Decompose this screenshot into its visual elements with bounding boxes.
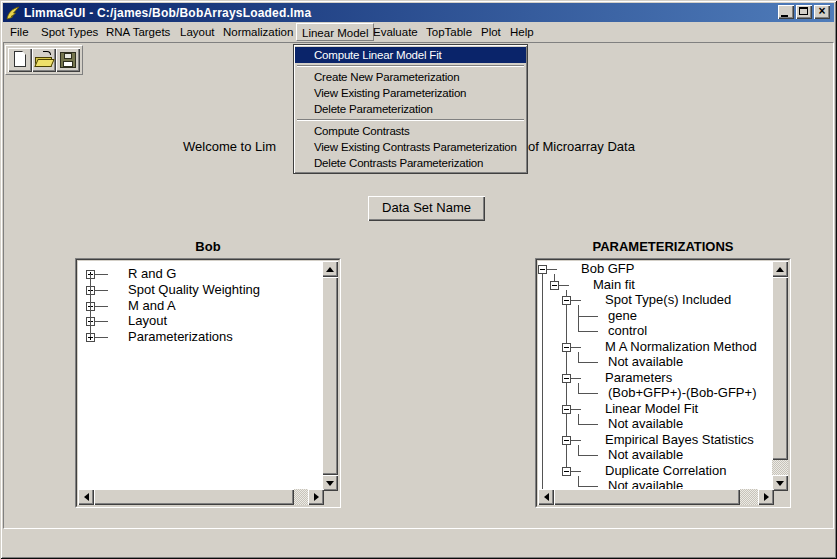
menu-item-create-new-parameterization[interactable]: Create New Parameterization (295, 69, 526, 85)
scroll-left-button[interactable] (538, 489, 554, 505)
tree-node-label[interactable]: Bob GFP (581, 262, 634, 276)
linear-model-dropdown-menu: Compute Linear Model FitCreate New Param… (293, 44, 528, 174)
scroll-right-button[interactable] (308, 489, 324, 505)
tree-expand-box[interactable] (562, 405, 571, 414)
menu-toptable[interactable]: TopTable (421, 23, 477, 41)
tree-line (95, 274, 108, 275)
menu-bar: FileSpot TypesRNA TargetsLayoutNormaliza… (3, 22, 834, 42)
tree-expand-box[interactable] (562, 436, 571, 445)
tree-expand-box[interactable] (550, 281, 559, 290)
tree-expand-box[interactable] (562, 343, 571, 352)
tree-expand-box[interactable] (562, 374, 571, 383)
scroll-left-button[interactable] (78, 489, 94, 505)
menu-separator (297, 65, 524, 67)
menu-item-delete-contrasts-parameterization[interactable]: Delete Contrasts Parameterization (295, 155, 526, 171)
tree-node-label[interactable]: Layout (128, 314, 167, 328)
tree-node-label[interactable]: Main fit (593, 278, 635, 292)
tree-node-label[interactable]: R and G (128, 267, 176, 281)
menu-file[interactable]: File (5, 23, 34, 41)
new-file-icon (14, 51, 26, 67)
tree-node-label[interactable]: Parameters (605, 371, 672, 385)
scroll-down-button[interactable] (772, 475, 788, 491)
tree-node-label[interactable]: M A Normalization Method (605, 340, 757, 354)
tree-node-label[interactable]: Spot Type(s) Included (605, 293, 731, 307)
scroll-up-button[interactable] (772, 261, 788, 277)
menu-spot-types[interactable]: Spot Types (36, 23, 103, 41)
menu-normalization[interactable]: Normalization (218, 23, 298, 41)
tree-line (95, 290, 108, 291)
menu-item-compute-linear-model-fit[interactable]: Compute Linear Model Fit (295, 47, 526, 63)
tree-node-label[interactable]: Not available (608, 355, 683, 369)
welcome-text-left: Welcome to Lim (183, 139, 276, 154)
horizontal-scrollbar[interactable] (78, 489, 324, 505)
tree-line (578, 331, 598, 332)
open-file-button[interactable] (32, 48, 56, 72)
tree-node-label[interactable]: control (608, 324, 647, 338)
menu-item-view-existing-contrasts-parameterization[interactable]: View Existing Contrasts Parameterization (295, 139, 526, 155)
tree-line (578, 362, 598, 363)
scroll-down-button[interactable] (322, 475, 338, 491)
tree-line (578, 486, 598, 487)
menu-linear-model[interactable]: Linear Model (296, 23, 374, 41)
scroll-right-button[interactable] (758, 489, 774, 505)
dataset-tree: R and GSpot Quality WeightingM and ALayo… (78, 261, 324, 491)
parameterizations-tree-panel: Bob GFPMain fitSpot Type(s) Includedgene… (535, 258, 791, 508)
menu-plot[interactable]: Plot (476, 23, 506, 41)
scrollbar-thumb[interactable] (322, 277, 338, 475)
scroll-up-button[interactable] (322, 261, 338, 277)
menu-help[interactable]: Help (505, 23, 539, 41)
tree-line (578, 424, 598, 425)
tree-node-label[interactable]: Duplicate Correlation (605, 464, 726, 478)
arrow-down-icon (326, 481, 334, 486)
tree-node-label[interactable]: (Bob+GFP+)-(Bob-GFP+) (608, 386, 756, 400)
tree-line (571, 440, 581, 441)
tree-node-label[interactable]: gene (608, 309, 637, 323)
new-file-button[interactable] (8, 48, 32, 72)
tree-node-label[interactable]: M and A (128, 299, 176, 313)
toolbar (5, 45, 83, 75)
tree-node-label[interactable]: Not available (608, 417, 683, 431)
tree-expand-box[interactable] (538, 265, 547, 274)
tree-node-label[interactable]: Parameterizations (128, 330, 233, 344)
tree-node-label[interactable]: Linear Model Fit (605, 402, 698, 416)
save-file-button[interactable] (56, 48, 80, 72)
tree-node-label[interactable]: Spot Quality Weighting (128, 283, 260, 297)
menu-separator (297, 119, 524, 121)
horizontal-scrollbar[interactable] (538, 489, 774, 505)
tree-line (542, 274, 543, 491)
dataset-tree-panel: R and GSpot Quality WeightingM and ALayo… (75, 258, 341, 508)
menu-evaluate[interactable]: Evaluate (368, 23, 423, 41)
tree-line (95, 337, 108, 338)
menu-rna-targets[interactable]: RNA Targets (101, 23, 175, 41)
arrow-up-icon (326, 267, 334, 272)
menu-layout[interactable]: Layout (175, 23, 220, 41)
arrow-right-icon (314, 493, 319, 501)
arrow-left-icon (544, 493, 549, 501)
close-button[interactable]: × (814, 5, 830, 19)
scrollbar-thumb[interactable] (772, 277, 788, 460)
menu-item-view-existing-parameterization[interactable]: View Existing Parameterization (295, 85, 526, 101)
tree-line (95, 306, 108, 307)
window-title: LimmaGUI - C:/james/Bob/BobArraysLoaded.… (24, 6, 311, 20)
vertical-scrollbar[interactable] (322, 261, 338, 491)
data-set-name-button[interactable]: Data Set Name (368, 196, 485, 221)
left-tree-title: Bob (75, 239, 341, 254)
tree-line (578, 305, 579, 332)
vertical-scrollbar[interactable] (772, 261, 788, 491)
tree-expand-box[interactable] (562, 467, 571, 476)
window-controls: × (778, 5, 830, 19)
app-window: LimmaGUI - C:/james/Bob/BobArraysLoaded.… (0, 0, 837, 559)
tree-node-label[interactable]: Empirical Bayes Statistics (605, 433, 754, 447)
tree-node-label[interactable]: Not available (608, 448, 683, 462)
tree-line (90, 274, 91, 337)
maximize-button[interactable] (796, 5, 812, 19)
right-tree-title: PARAMETERIZATIONS (535, 239, 791, 254)
tree-line (547, 269, 557, 270)
menu-item-delete-parameterization[interactable]: Delete Parameterization (295, 101, 526, 117)
scrollbar-thumb[interactable] (94, 489, 294, 505)
scrollbar-thumb[interactable] (554, 489, 740, 505)
tree-expand-box[interactable] (562, 296, 571, 305)
tree-line (95, 321, 108, 322)
minimize-button[interactable] (778, 5, 794, 19)
menu-item-compute-contrasts[interactable]: Compute Contrasts (295, 123, 526, 139)
